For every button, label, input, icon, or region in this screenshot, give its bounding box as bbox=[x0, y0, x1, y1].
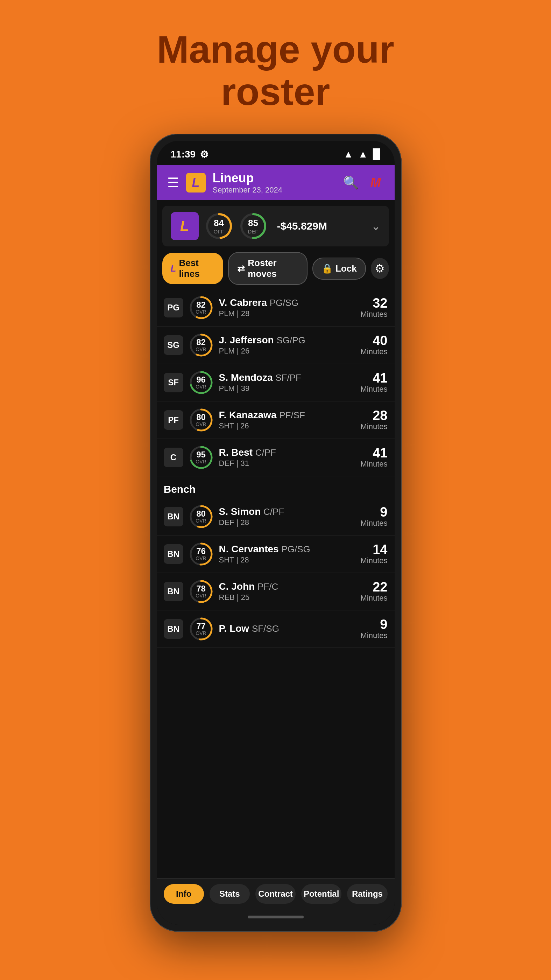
player-row[interactable]: BN 77 OVR P. Low SF/SG 9 Minutes bbox=[157, 610, 395, 648]
player-row[interactable]: BN 78 OVR C. John PF/C REB | 25 22 Minut… bbox=[157, 573, 395, 610]
roster-moves-label: Roster moves bbox=[248, 258, 299, 279]
position-badge: BN bbox=[164, 619, 183, 639]
tab-ratings[interactable]: Ratings bbox=[347, 884, 387, 904]
tab-stats[interactable]: Stats bbox=[210, 884, 250, 904]
settings-icon: ⚙ bbox=[200, 149, 208, 160]
position-badge: SF bbox=[164, 373, 183, 392]
ovr-circle: 76 OVR bbox=[188, 541, 214, 567]
bench-label: Bench bbox=[157, 476, 395, 498]
position-badge: BN bbox=[164, 507, 183, 527]
team-logo-block: L bbox=[171, 212, 199, 240]
player-row[interactable]: PG 82 OVR V. Cabrera PG/SG PLM | 28 32 M… bbox=[157, 289, 395, 326]
player-row[interactable]: SG 82 OVR J. Jefferson SG/PG PLM | 26 40… bbox=[157, 326, 395, 364]
player-minutes: 40 Minutes bbox=[360, 334, 387, 356]
player-info: J. Jefferson SG/PG PLM | 26 bbox=[219, 335, 356, 356]
app-subtitle: September 23, 2024 bbox=[213, 186, 336, 195]
home-indicator bbox=[157, 912, 395, 925]
lock-icon: 🔒 bbox=[321, 263, 333, 274]
player-info: S. Mendoza SF/PF PLM | 39 bbox=[219, 372, 356, 393]
gear-icon: ⚙ bbox=[375, 262, 385, 275]
team-summary-row[interactable]: L 84 OFF bbox=[162, 206, 389, 247]
ovr-circle: 96 OVR bbox=[188, 370, 214, 396]
status-bar: 11:39 ⚙ ▲ ▲ ▉ bbox=[157, 141, 395, 165]
player-info: S. Simon C/PF DEF | 28 bbox=[219, 506, 356, 527]
position-badge: C bbox=[164, 448, 183, 467]
player-row[interactable]: BN 76 OVR N. Cervantes PG/SG SHT | 28 14… bbox=[157, 536, 395, 573]
battery-icon: ▉ bbox=[373, 149, 381, 160]
gear-button[interactable]: ⚙ bbox=[371, 258, 389, 279]
position-badge: PF bbox=[164, 410, 183, 430]
player-row[interactable]: BN 80 OVR S. Simon C/PF DEF | 28 9 Minut… bbox=[157, 498, 395, 536]
position-badge: BN bbox=[164, 582, 183, 601]
team-badge[interactable]: M bbox=[367, 174, 384, 191]
player-row[interactable]: PF 80 OVR F. Kanazawa PF/SF SHT | 26 28 … bbox=[157, 401, 395, 439]
action-buttons-row: L Best lines ⇄ Roster moves 🔒 Lock ⚙ bbox=[157, 249, 395, 289]
ovr-circle: 95 OVR bbox=[188, 444, 214, 470]
app-header: ☰ L Lineup September 23, 2024 🔍 M bbox=[157, 165, 395, 200]
player-row[interactable]: C 95 OVR R. Best C/PF DEF | 31 41 Minute… bbox=[157, 439, 395, 476]
best-lines-logo: L bbox=[171, 263, 176, 274]
best-lines-label: Best lines bbox=[179, 258, 215, 279]
ovr-circle: 78 OVR bbox=[188, 579, 214, 605]
tab-potential[interactable]: Potential bbox=[301, 884, 341, 904]
wifi-icon: ▲ bbox=[343, 149, 353, 160]
team-logo: L bbox=[186, 173, 206, 192]
time-display: 11:39 bbox=[171, 149, 196, 160]
ovr-circle: 80 OVR bbox=[188, 407, 214, 433]
ovr-circle: 77 OVR bbox=[188, 616, 214, 642]
player-info: F. Kanazawa PF/SF SHT | 26 bbox=[219, 409, 356, 431]
offense-rating: 84 OFF bbox=[205, 212, 233, 240]
lock-label: Lock bbox=[335, 263, 357, 274]
phone-shell: 11:39 ⚙ ▲ ▲ ▉ ☰ L Lineup September 23, 2… bbox=[150, 134, 402, 932]
arrows-icon: ⇄ bbox=[237, 263, 245, 274]
position-badge: PG bbox=[164, 298, 183, 317]
main-content: L 84 OFF bbox=[157, 200, 395, 925]
player-minutes: 32 Minutes bbox=[360, 296, 387, 319]
page-title: Manage your roster bbox=[157, 28, 394, 113]
best-lines-button[interactable]: L Best lines bbox=[162, 253, 224, 284]
lock-button[interactable]: 🔒 Lock bbox=[313, 258, 366, 280]
player-row[interactable]: SF 96 OVR S. Mendoza SF/PF PLM | 39 41 M… bbox=[157, 364, 395, 401]
ovr-circle: 82 OVR bbox=[188, 295, 214, 321]
player-minutes: 9 Minutes bbox=[360, 618, 387, 640]
player-info: V. Cabrera PG/SG PLM | 28 bbox=[219, 297, 356, 318]
starters-list: PG 82 OVR V. Cabrera PG/SG PLM | 28 32 M… bbox=[157, 289, 395, 476]
bench-list: BN 80 OVR S. Simon C/PF DEF | 28 9 Minut… bbox=[157, 498, 395, 648]
position-badge: BN bbox=[164, 544, 183, 564]
player-minutes: 14 Minutes bbox=[360, 543, 387, 565]
ovr-circle: 82 OVR bbox=[188, 332, 214, 358]
player-minutes: 9 Minutes bbox=[360, 505, 387, 528]
player-info: R. Best C/PF DEF | 31 bbox=[219, 447, 356, 468]
player-info: C. John PF/C REB | 25 bbox=[219, 581, 356, 602]
player-minutes: 41 Minutes bbox=[360, 371, 387, 394]
app-title: Lineup bbox=[213, 171, 336, 186]
tab-info[interactable]: Info bbox=[164, 884, 204, 904]
tab-contract[interactable]: Contract bbox=[256, 884, 295, 904]
ovr-circle: 80 OVR bbox=[188, 504, 214, 530]
page-header: Manage your roster bbox=[157, 28, 394, 113]
player-minutes: 41 Minutes bbox=[360, 446, 387, 469]
player-minutes: 22 Minutes bbox=[360, 580, 387, 603]
player-info: N. Cervantes PG/SG SHT | 28 bbox=[219, 544, 356, 565]
player-minutes: 28 Minutes bbox=[360, 409, 387, 431]
position-badge: SG bbox=[164, 335, 183, 355]
defense-rating: 85 DEF bbox=[239, 212, 267, 240]
search-icon[interactable]: 🔍 bbox=[343, 175, 359, 190]
chevron-down-icon[interactable]: ⌄ bbox=[371, 220, 381, 233]
salary-display: -$45.829M bbox=[273, 220, 365, 232]
player-list: PG 82 OVR V. Cabrera PG/SG PLM | 28 32 M… bbox=[157, 289, 395, 878]
player-info: P. Low SF/SG bbox=[219, 623, 356, 635]
signal-icon: ▲ bbox=[358, 149, 368, 160]
hamburger-menu[interactable]: ☰ bbox=[167, 175, 179, 190]
bottom-tab-bar: InfoStatsContractPotentialRatings bbox=[157, 878, 395, 912]
roster-moves-button[interactable]: ⇄ Roster moves bbox=[228, 252, 308, 285]
home-bar bbox=[248, 916, 304, 918]
